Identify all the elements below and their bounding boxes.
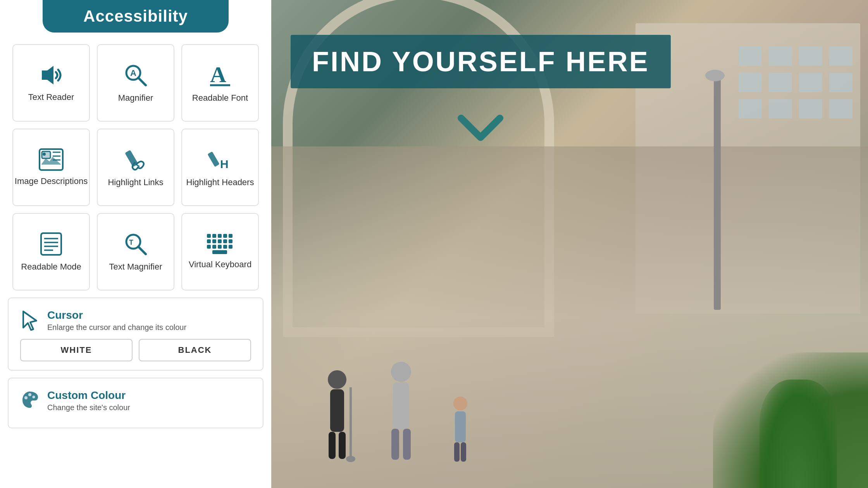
svg-rect-37 bbox=[218, 245, 222, 249]
window-12 bbox=[829, 99, 852, 119]
cursor-header: Cursor Enlarge the cursor and change its… bbox=[20, 309, 251, 332]
speaker-icon bbox=[39, 64, 64, 87]
window-9 bbox=[739, 99, 762, 119]
custom-colour-header: Custom Colour Change the site's colour bbox=[20, 389, 251, 412]
person-2-icon bbox=[384, 360, 418, 465]
banner-text: FIND YOURSELF HERE bbox=[312, 46, 649, 77]
chevron-container bbox=[457, 114, 504, 141]
chevron-down-icon bbox=[457, 114, 504, 141]
image-icon bbox=[39, 148, 64, 171]
black-cursor-button[interactable]: BLACK bbox=[139, 339, 251, 361]
svg-rect-29 bbox=[229, 234, 232, 238]
cursor-desc: Enlarge the cursor and change its colour bbox=[47, 323, 186, 332]
window-6 bbox=[769, 73, 792, 92]
window-7 bbox=[799, 73, 822, 92]
svg-point-58 bbox=[346, 456, 355, 462]
magnifier-icon: A bbox=[123, 63, 148, 88]
text-reader-button[interactable]: Text Reader bbox=[12, 44, 90, 122]
window-4 bbox=[829, 46, 852, 66]
cursor-icon bbox=[20, 310, 40, 332]
svg-rect-28 bbox=[223, 234, 227, 238]
window-11 bbox=[799, 99, 822, 119]
svg-rect-30 bbox=[207, 239, 211, 243]
readable-mode-label: Readable Mode bbox=[21, 262, 81, 272]
svg-rect-56 bbox=[461, 442, 466, 462]
lamp-post bbox=[714, 77, 721, 310]
svg-text:T: T bbox=[129, 239, 133, 246]
svg-rect-36 bbox=[212, 245, 216, 249]
virtual-keyboard-button[interactable]: Virtual Keyboard bbox=[181, 213, 259, 290]
readable-font-label: Readable Font bbox=[192, 93, 248, 103]
magnifier-button[interactable]: A Magnifier bbox=[97, 44, 174, 122]
keyboard-icon bbox=[207, 234, 233, 254]
window-10 bbox=[769, 99, 792, 119]
text-reader-label: Text Reader bbox=[28, 92, 74, 102]
font-icon: A bbox=[208, 63, 232, 88]
plants-right bbox=[760, 380, 837, 488]
image-descriptions-label: Image Descriptions bbox=[15, 176, 88, 186]
svg-rect-32 bbox=[218, 239, 222, 243]
svg-rect-47 bbox=[329, 432, 336, 459]
virtual-keyboard-label: Virtual Keyboard bbox=[189, 259, 251, 270]
svg-rect-35 bbox=[207, 245, 211, 249]
svg-point-42 bbox=[24, 396, 28, 399]
svg-rect-15 bbox=[208, 151, 220, 167]
people-group bbox=[322, 360, 471, 465]
svg-point-9 bbox=[43, 153, 46, 156]
svg-rect-17 bbox=[41, 233, 61, 255]
walking-cane-icon bbox=[345, 387, 356, 465]
custom-colour-text: Custom Colour Change the site's colour bbox=[47, 389, 130, 412]
highlight-links-button[interactable]: Highlight Links bbox=[97, 129, 174, 206]
highlight-headers-icon: H bbox=[208, 147, 232, 172]
svg-marker-0 bbox=[42, 66, 53, 84]
svg-rect-26 bbox=[212, 234, 216, 238]
left-panel: Accessibility Text Reader A Magn bbox=[0, 0, 271, 488]
svg-marker-41 bbox=[23, 311, 36, 330]
custom-colour-section[interactable]: Custom Colour Change the site's colour bbox=[8, 378, 264, 428]
svg-line-24 bbox=[138, 247, 146, 254]
svg-rect-55 bbox=[454, 442, 460, 462]
svg-text:A: A bbox=[130, 68, 136, 78]
highlight-headers-label: Highlight Headers bbox=[186, 177, 254, 187]
svg-point-43 bbox=[28, 393, 31, 396]
readable-mode-button[interactable]: Readable Mode bbox=[12, 213, 90, 290]
window-1 bbox=[739, 46, 762, 66]
svg-text:A: A bbox=[210, 63, 226, 87]
accessibility-title: Accessibility bbox=[83, 7, 188, 26]
svg-rect-50 bbox=[393, 382, 409, 429]
svg-rect-33 bbox=[223, 239, 227, 243]
svg-rect-27 bbox=[218, 234, 222, 238]
text-magnifier-label: Text Magnifier bbox=[109, 262, 162, 272]
white-cursor-button[interactable]: WHITE bbox=[20, 339, 133, 361]
svg-rect-54 bbox=[455, 411, 466, 442]
window-2 bbox=[769, 46, 792, 66]
svg-line-14 bbox=[136, 164, 140, 167]
window-5 bbox=[739, 73, 762, 92]
custom-colour-title: Custom Colour bbox=[47, 389, 130, 402]
highlight-links-icon bbox=[123, 147, 148, 172]
accessibility-grid-row1: Text Reader A Magnifier A Readable Font bbox=[12, 44, 259, 122]
svg-rect-31 bbox=[212, 239, 216, 243]
svg-rect-40 bbox=[212, 250, 227, 254]
svg-rect-38 bbox=[223, 245, 227, 249]
readable-font-button[interactable]: A Readable Font bbox=[181, 44, 259, 122]
text-magnifier-icon: T bbox=[123, 232, 148, 256]
window-8 bbox=[829, 73, 852, 92]
svg-rect-52 bbox=[403, 429, 411, 460]
svg-text:H: H bbox=[220, 158, 229, 170]
person-3-icon bbox=[450, 395, 471, 465]
highlight-links-label: Highlight Links bbox=[108, 177, 163, 187]
building-windows bbox=[739, 46, 852, 145]
accessibility-header: Accessibility bbox=[43, 0, 229, 33]
svg-rect-34 bbox=[229, 239, 232, 243]
cursor-btn-row: WHITE BLACK bbox=[20, 339, 251, 361]
svg-point-44 bbox=[33, 396, 35, 399]
highlight-headers-button[interactable]: H Highlight Headers bbox=[181, 129, 259, 206]
svg-point-49 bbox=[391, 362, 411, 382]
image-descriptions-button[interactable]: Image Descriptions bbox=[12, 129, 90, 206]
svg-rect-46 bbox=[330, 389, 344, 432]
text-magnifier-button[interactable]: T Text Magnifier bbox=[97, 213, 174, 290]
accessibility-grid-row3: Readable Mode T Text Magnifier bbox=[12, 213, 259, 290]
cursor-text: Cursor Enlarge the cursor and change its… bbox=[47, 309, 186, 332]
svg-line-3 bbox=[138, 78, 146, 85]
